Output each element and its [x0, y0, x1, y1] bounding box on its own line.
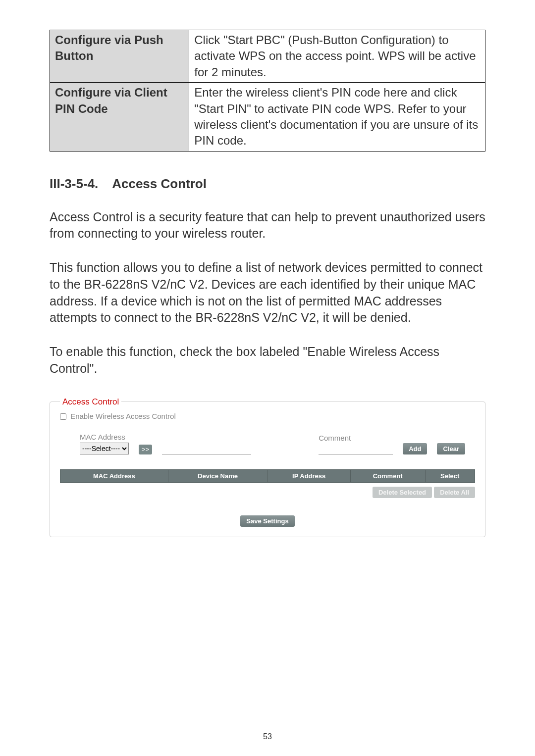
input-row: MAC Address ----Select---- >> Comment Ad… — [80, 433, 465, 454]
col-mac: MAC Address — [60, 469, 168, 482]
col-device: Device Name — [168, 469, 268, 482]
row-desc: Click "Start PBC" (Push-Button Configura… — [189, 30, 485, 83]
delete-selected-button[interactable]: Delete Selected — [373, 487, 432, 498]
mac-block: MAC Address ----Select---- — [80, 433, 129, 454]
mac-input[interactable] — [162, 444, 251, 454]
body-paragraph: This function allows you to define a lis… — [50, 259, 485, 326]
comment-label: Comment — [319, 434, 393, 442]
section-heading: III-3-5-4. Access Control — [50, 176, 485, 192]
access-control-panel: Access Control Enable Wireless Access Co… — [50, 397, 485, 537]
enable-checkbox[interactable] — [60, 413, 66, 420]
col-comment: Comment — [350, 469, 425, 482]
enable-label: Enable Wireless Access Control — [70, 412, 176, 420]
body-paragraph: To enable this function, check the box l… — [50, 344, 485, 377]
transfer-button[interactable]: >> — [139, 445, 152, 454]
table-row: Configure via Push Button Click "Start P… — [50, 30, 485, 83]
entry-table: MAC Address Device Name IP Address Comme… — [60, 469, 475, 483]
col-ip: IP Address — [268, 469, 350, 482]
section-number: III-3-5-4. — [50, 176, 98, 191]
col-select: Select — [425, 469, 475, 482]
row-label: Configure via Client PIN Code — [50, 83, 189, 151]
add-button[interactable]: Add — [403, 443, 427, 454]
page-number: 53 — [263, 732, 272, 741]
mac-select[interactable]: ----Select---- — [80, 443, 129, 454]
comment-input[interactable] — [319, 444, 393, 454]
config-table: Configure via Push Button Click "Start P… — [50, 30, 485, 151]
enable-row: Enable Wireless Access Control — [60, 412, 475, 420]
mac-label: MAC Address — [80, 433, 129, 441]
panel-legend: Access Control — [60, 397, 121, 407]
section-title: Access Control — [112, 176, 207, 191]
row-desc: Enter the wireless client's PIN code her… — [189, 83, 485, 151]
delete-buttons-row: Delete Selected Delete All — [60, 487, 475, 498]
clear-button[interactable]: Clear — [437, 443, 465, 454]
body-paragraph: Access Control is a security feature tha… — [50, 209, 485, 243]
header-row: MAC Address Device Name IP Address Comme… — [60, 469, 475, 482]
table-row: Configure via Client PIN Code Enter the … — [50, 83, 485, 151]
save-settings-button[interactable]: Save Settings — [240, 515, 294, 527]
save-row: Save Settings — [60, 515, 475, 527]
comment-block: Comment — [319, 434, 393, 454]
delete-all-button[interactable]: Delete All — [434, 487, 475, 498]
row-label: Configure via Push Button — [50, 30, 189, 83]
